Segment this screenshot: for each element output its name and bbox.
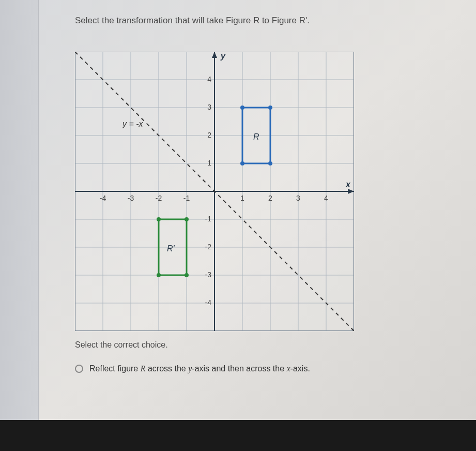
svg-point-22 (240, 106, 244, 110)
svg-text:-4: -4 (100, 194, 106, 202)
svg-text:4: 4 (207, 75, 211, 83)
svg-point-25 (185, 217, 189, 221)
content-area: Select the transformation that will take… (39, 0, 476, 420)
svg-text:3: 3 (207, 103, 211, 111)
x-arrow (348, 189, 354, 194)
graph-svg: y x y = -x R R' -4 -3 -2 -1 1 2 3 4 1 2 (75, 52, 354, 331)
svg-text:-3: -3 (205, 270, 212, 279)
svg-point-20 (268, 161, 272, 166)
y-axis-label: y (220, 52, 226, 61)
figure-r-prime-label: R' (167, 244, 175, 253)
svg-text:2: 2 (268, 194, 272, 202)
svg-point-26 (185, 273, 189, 277)
choice-text: Reflect figure R across the y-axis and t… (89, 364, 310, 373)
y-ticks-neg: -1 -2 -3 -4 (205, 215, 212, 307)
svg-text:2: 2 (207, 131, 211, 139)
coordinate-graph: y x y = -x R R' -4 -3 -2 -1 1 2 3 4 1 2 (75, 52, 354, 331)
svg-point-19 (240, 161, 244, 166)
choice-prompt: Select the correct choice. (75, 340, 450, 350)
svg-point-27 (157, 273, 161, 277)
line-label: y = -x (122, 119, 144, 128)
svg-text:-2: -2 (205, 243, 212, 251)
svg-text:-1: -1 (183, 194, 190, 202)
svg-point-21 (268, 106, 272, 110)
bottom-bar (0, 420, 476, 451)
svg-text:1: 1 (207, 159, 211, 167)
figure-r-label: R (253, 132, 259, 141)
svg-text:-4: -4 (205, 298, 212, 307)
svg-text:-2: -2 (156, 194, 162, 202)
radio-icon[interactable] (75, 365, 83, 373)
y-arrow (212, 52, 217, 58)
svg-text:1: 1 (240, 194, 244, 202)
x-axis-label: x (345, 180, 351, 189)
svg-point-24 (157, 217, 161, 221)
svg-text:4: 4 (324, 194, 328, 202)
svg-text:3: 3 (296, 194, 300, 202)
svg-text:-1: -1 (205, 215, 212, 223)
sidebar-edge (0, 0, 39, 451)
svg-text:-3: -3 (128, 194, 134, 202)
question-text: Select the transformation that will take… (75, 16, 450, 26)
y-ticks-pos: 1 2 3 4 (207, 75, 211, 167)
x-ticks: -4 -3 -2 -1 1 2 3 4 (100, 194, 328, 202)
choice-option-1[interactable]: Reflect figure R across the y-axis and t… (75, 364, 450, 373)
